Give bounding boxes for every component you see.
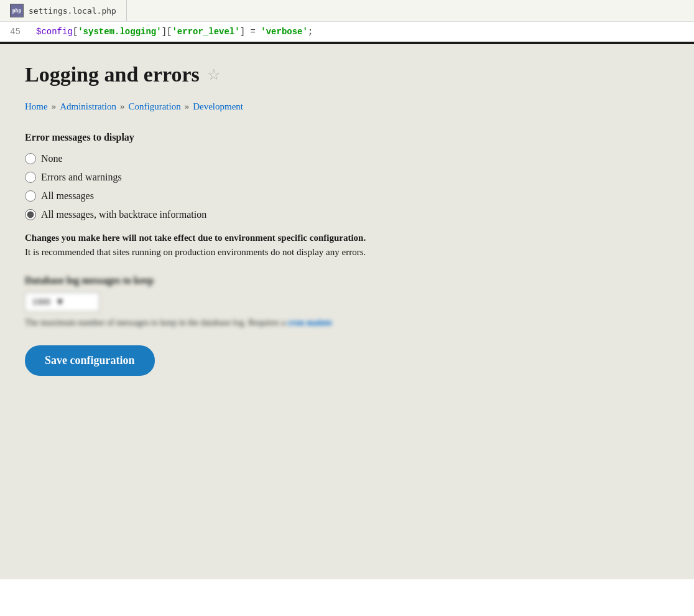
error-messages-label: Error messages to display bbox=[25, 132, 669, 143]
db-log-spinner-icon[interactable]: ▼ bbox=[55, 297, 65, 307]
breadcrumb: Home » Administration » Configuration » … bbox=[25, 101, 669, 112]
breadcrumb-home[interactable]: Home bbox=[25, 101, 48, 112]
radio-all[interactable]: All messages bbox=[25, 190, 669, 202]
save-button[interactable]: Save configuration bbox=[25, 345, 155, 376]
radio-input-all[interactable] bbox=[25, 190, 36, 202]
page-title: Logging and errors bbox=[25, 63, 200, 86]
line-number: 45 bbox=[10, 27, 29, 37]
code-content: $config['system.logging']['error_level']… bbox=[36, 27, 313, 37]
db-log-label: Database log messages to keep bbox=[25, 275, 669, 286]
main-content: Logging and errors ☆ Home » Administrati… bbox=[0, 44, 694, 579]
db-log-link[interactable]: cron mainte bbox=[287, 318, 332, 327]
radio-input-none[interactable] bbox=[25, 153, 36, 164]
db-log-input-row: 1000 ▼ bbox=[25, 292, 669, 312]
code-line: 45 $config['system.logging']['error_leve… bbox=[0, 22, 694, 44]
radio-label-all: All messages bbox=[41, 190, 94, 202]
file-tab[interactable]: php settings.local.php bbox=[0, 0, 127, 21]
code-var: $config bbox=[36, 27, 73, 37]
star-icon[interactable]: ☆ bbox=[207, 66, 221, 83]
radio-input-all-backtrace[interactable] bbox=[25, 209, 36, 220]
breadcrumb-sep1: » bbox=[52, 101, 57, 112]
radio-all-backtrace[interactable]: All messages, with backtrace information bbox=[25, 209, 669, 220]
breadcrumb-sep2: » bbox=[120, 101, 125, 112]
radio-label-errors-warnings: Errors and warnings bbox=[41, 172, 122, 183]
radio-errors-warnings[interactable]: Errors and warnings bbox=[25, 172, 669, 183]
radio-group: None Errors and warnings All messages Al… bbox=[25, 153, 669, 220]
file-tab-label: settings.local.php bbox=[29, 6, 116, 16]
radio-label-all-backtrace: All messages, with backtrace information bbox=[41, 209, 206, 220]
warning-normal: It is recommended that sites running on … bbox=[25, 247, 669, 258]
db-log-input[interactable]: 1000 ▼ bbox=[25, 292, 99, 312]
radio-label-none: None bbox=[41, 153, 63, 164]
breadcrumb-sep3: » bbox=[185, 101, 190, 112]
breadcrumb-admin[interactable]: Administration bbox=[60, 101, 116, 112]
db-log-section: Database log messages to keep 1000 ▼ The… bbox=[25, 275, 669, 328]
breadcrumb-dev[interactable]: Development bbox=[193, 101, 243, 112]
db-log-value: 1000 bbox=[32, 297, 50, 307]
php-icon: php bbox=[10, 4, 24, 17]
breadcrumb-config[interactable]: Configuration bbox=[129, 101, 181, 112]
code-editor-bar: php settings.local.php bbox=[0, 0, 694, 22]
warning-bold: Changes you make here will not take effe… bbox=[25, 233, 669, 243]
db-log-desc: The maximum number of messages to keep i… bbox=[25, 318, 669, 328]
radio-input-errors-warnings[interactable] bbox=[25, 172, 36, 183]
radio-none[interactable]: None bbox=[25, 153, 669, 164]
page-title-row: Logging and errors ☆ bbox=[25, 63, 669, 86]
